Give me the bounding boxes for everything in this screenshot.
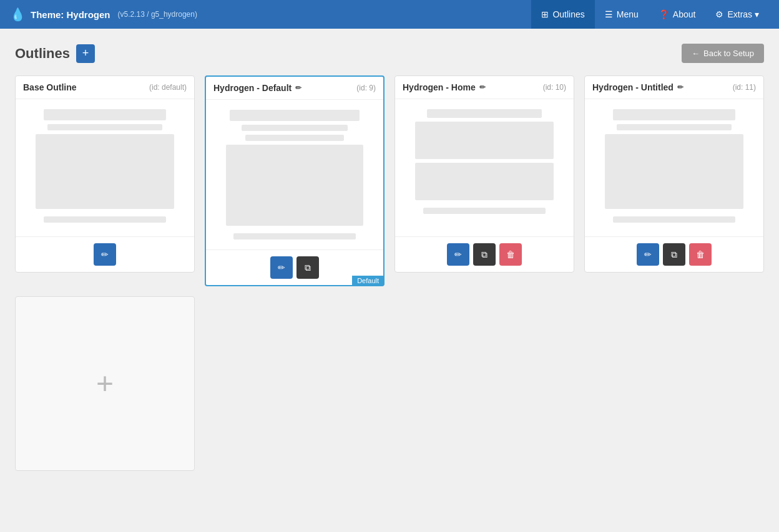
card-home-header: Hydrogen - Home ✏ (id: 10)	[395, 76, 574, 99]
card-untitled-footer: ✏ ⧉ 🗑	[585, 236, 763, 272]
preview-bar	[427, 109, 542, 118]
copy-button-home[interactable]: ⧉	[473, 243, 496, 266]
copy-button-default[interactable]: ⧉	[296, 256, 319, 279]
nav-outlines-label: Outlines	[552, 9, 584, 19]
nav-extras[interactable]: ⚙ Extras ▾	[705, 0, 769, 29]
back-to-setup-button[interactable]: ← Back to Setup	[682, 44, 764, 63]
default-badge: Default	[352, 276, 384, 286]
preview-bar	[617, 124, 732, 130]
card-untitled-title: Hydrogen - Untitled ✏	[592, 82, 683, 92]
card-base-outline: Base Outline (id: default) ✏	[15, 75, 195, 273]
card-base-id: (id: default)	[149, 83, 187, 92]
nav-menu[interactable]: ☰ Menu	[595, 0, 649, 29]
card-untitled-preview	[585, 99, 763, 236]
page-title-area: Outlines +	[15, 44, 95, 63]
nav-extras-label: Extras ▾	[727, 9, 759, 19]
card-default-id: (id: 9)	[356, 84, 376, 92]
card-home-id: (id: 10)	[543, 83, 566, 92]
preview-bar	[605, 134, 743, 209]
brand-version: (v5.2.13 / g5_hydrogen)	[118, 10, 197, 19]
preview-bar	[245, 135, 345, 141]
preview-bar	[230, 110, 359, 121]
card-default-preview	[206, 100, 383, 249]
card-base-title: Base Outline	[23, 82, 77, 92]
droplet-icon: 💧	[10, 7, 26, 22]
preview-bar	[613, 216, 736, 223]
card-home-preview	[395, 99, 574, 236]
title-edit-icon-untitled[interactable]: ✏	[677, 83, 683, 92]
outlines-grid: Base Outline (id: default) ✏ Hydrogen - …	[15, 75, 764, 471]
edit-button-base[interactable]: ✏	[94, 243, 116, 266]
preview-bar	[233, 233, 355, 239]
topbar-brand: 💧 Theme: Hydrogen (v5.2.13 / g5_hydrogen…	[10, 7, 531, 22]
preview-bar	[44, 216, 167, 223]
add-card-plus-icon: +	[96, 369, 114, 399]
nav-menu-label: Menu	[617, 9, 639, 19]
extras-icon: ⚙	[715, 9, 723, 19]
topbar-nav: ⊞ Outlines ☰ Menu ❓ About ⚙ Extras ▾	[531, 0, 769, 29]
card-base-preview	[16, 99, 194, 236]
card-default-header: Hydrogen - Default ✏ (id: 9)	[206, 77, 383, 100]
about-icon: ❓	[659, 9, 669, 19]
nav-outlines[interactable]: ⊞ Outlines	[531, 0, 594, 29]
delete-button-home[interactable]: 🗑	[499, 243, 522, 266]
title-edit-icon-home[interactable]: ✏	[479, 83, 486, 92]
copy-button-untitled[interactable]: ⧉	[663, 243, 685, 266]
delete-button-untitled[interactable]: 🗑	[689, 243, 712, 266]
card-hydrogen-default: Hydrogen - Default ✏ (id: 9) ✏ ⧉ Default	[205, 75, 385, 286]
brand-title: Theme: Hydrogen	[31, 9, 110, 20]
outlines-icon: ⊞	[541, 9, 549, 19]
topbar: 💧 Theme: Hydrogen (v5.2.13 / g5_hydrogen…	[0, 0, 779, 29]
card-home-title: Hydrogen - Home ✏	[403, 82, 486, 92]
card-untitled-id: (id: 11)	[733, 83, 756, 92]
preview-bar	[47, 124, 163, 130]
back-label: Back to Setup	[703, 49, 754, 58]
add-outline-button[interactable]: +	[76, 44, 95, 63]
add-outline-card[interactable]: +	[15, 296, 195, 471]
page-title: Outlines	[15, 46, 70, 62]
nav-about[interactable]: ❓ About	[649, 0, 706, 29]
card-default-title: Hydrogen - Default ✏	[213, 83, 301, 93]
preview-bar	[242, 125, 348, 131]
preview-bar	[613, 109, 736, 120]
edit-button-home[interactable]: ✏	[447, 243, 469, 266]
page-header: Outlines + ← Back to Setup	[15, 44, 764, 63]
preview-bar	[415, 163, 553, 200]
edit-button-untitled[interactable]: ✏	[637, 243, 659, 266]
title-edit-icon[interactable]: ✏	[295, 84, 301, 92]
menu-icon: ☰	[605, 9, 613, 19]
card-base-header: Base Outline (id: default)	[16, 76, 194, 99]
card-hydrogen-untitled: Hydrogen - Untitled ✏ (id: 11) ✏ ⧉ 🗑	[584, 75, 764, 273]
preview-bar	[423, 208, 546, 214]
page-content: Outlines + ← Back to Setup Base Outline …	[0, 29, 779, 486]
preview-bar	[44, 109, 167, 120]
nav-about-label: About	[673, 9, 696, 19]
back-arrow-icon: ←	[692, 49, 700, 58]
preview-bar	[36, 134, 174, 209]
card-home-footer: ✏ ⧉ 🗑	[395, 236, 574, 272]
preview-bar	[415, 122, 553, 159]
preview-bar	[226, 145, 363, 226]
card-base-footer: ✏	[16, 236, 194, 272]
edit-button-default[interactable]: ✏	[270, 256, 293, 279]
card-hydrogen-home: Hydrogen - Home ✏ (id: 10) ✏ ⧉ 🗑	[394, 75, 574, 273]
card-untitled-header: Hydrogen - Untitled ✏ (id: 11)	[585, 76, 763, 99]
